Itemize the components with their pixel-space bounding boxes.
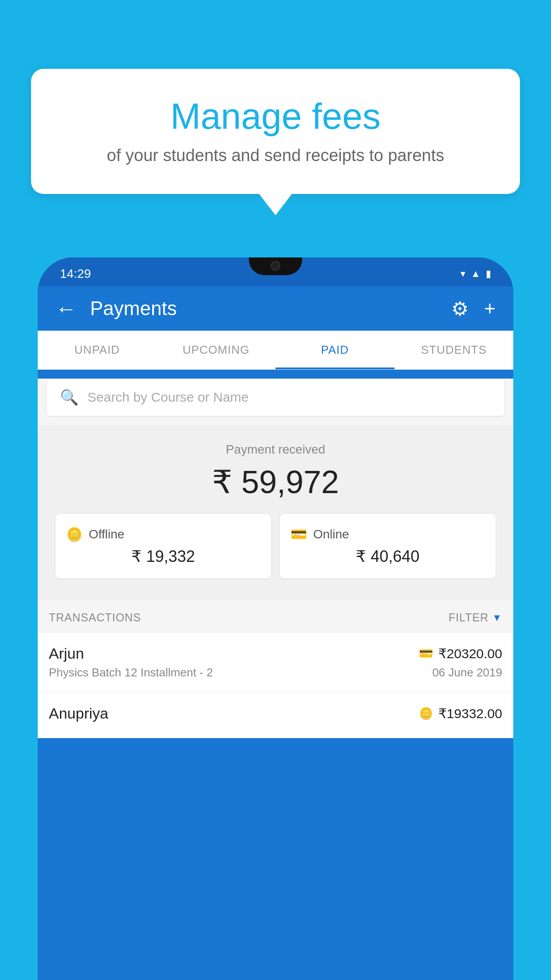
transaction-amount-anupriya: ₹19332.00 [438,706,502,721]
add-icon[interactable]: + [484,297,496,320]
manage-fees-subtitle: of your students and send receipts to pa… [67,146,484,165]
transaction-name-arjun: Arjun [49,645,84,662]
battery-icon: ▮ [486,268,491,280]
wifi-icon: ▾ [460,268,465,280]
app-title: Payments [90,297,451,320]
online-payment-icon: 💳 [419,647,433,660]
tab-unpaid[interactable]: UNPAID [38,331,157,369]
content-area: 🔍 Search by Course or Name Payment recei… [38,379,513,738]
tab-paid[interactable]: PAID [276,331,394,369]
manage-fees-title: Manage fees [67,95,484,137]
payment-cards-row: 🪙 Offline ₹ 19,332 💳 Online ₹ 40,640 [55,514,496,578]
phone-container: 14:29 ▾ ▲ ▮ ← Payments ⚙ + UNPAID [38,257,513,980]
offline-payment-card: 🪙 Offline ₹ 19,332 [55,514,271,578]
transaction-amount-arjun: ₹20320.00 [438,646,502,661]
search-input[interactable]: Search by Course or Name [87,390,249,405]
search-bar[interactable]: 🔍 Search by Course or Name [47,379,504,416]
transaction-amount-row-anupriya: 🪙 ₹19332.00 [419,706,502,721]
transaction-top-anupriya: Anupriya 🪙 ₹19332.00 [49,705,502,722]
filter-button[interactable]: FILTER ▼ [449,611,502,624]
payment-received-section: Payment received ₹ 59,972 🪙 Offline ₹ 19… [38,425,513,601]
online-icon: 💳 [291,526,307,542]
search-icon: 🔍 [60,388,79,406]
payment-received-label: Payment received [47,443,504,457]
online-amount: ₹ 40,640 [291,547,485,566]
transaction-amount-row-arjun: 💳 ₹20320.00 [419,646,502,661]
back-button[interactable]: ← [55,296,77,321]
tab-upcoming[interactable]: UPCOMING [157,331,276,369]
transactions-header: TRANSACTIONS FILTER ▼ [38,601,513,632]
settings-icon[interactable]: ⚙ [451,297,468,320]
app-bar: ← Payments ⚙ + [38,286,513,331]
payment-received-amount: ₹ 59,972 [47,463,504,501]
phone-screen: 14:29 ▾ ▲ ▮ ← Payments ⚙ + UNPAID [38,257,513,980]
signal-icon: ▲ [471,268,480,280]
camera [271,261,280,271]
offline-card-header: 🪙 Offline [66,526,260,542]
notch [249,257,302,275]
transaction-row-arjun[interactable]: Arjun 💳 ₹20320.00 Physics Batch 12 Insta… [38,632,513,692]
offline-payment-icon-2: 🪙 [419,707,433,720]
online-payment-card: 💳 Online ₹ 40,640 [280,514,496,578]
offline-icon: 🪙 [66,526,83,542]
phone-frame: 14:29 ▾ ▲ ▮ ← Payments ⚙ + UNPAID [38,257,513,980]
status-icons: ▾ ▲ ▮ [460,268,491,280]
transaction-course-arjun: Physics Batch 12 Installment - 2 [49,666,213,680]
online-card-header: 💳 Online [291,526,485,542]
filter-icon: ▼ [492,612,502,624]
transaction-date-arjun: 06 June 2019 [432,666,502,680]
offline-label: Offline [89,527,124,541]
speech-bubble: Manage fees of your students and send re… [31,69,520,194]
transaction-name-anupriya: Anupriya [49,705,108,722]
offline-amount: ₹ 19,332 [66,547,260,566]
speech-bubble-container: Manage fees of your students and send re… [31,69,520,194]
transaction-bottom-arjun: Physics Batch 12 Installment - 2 06 June… [49,666,502,680]
online-label: Online [313,527,349,541]
tab-students[interactable]: STUDENTS [394,331,513,369]
transaction-top-arjun: Arjun 💳 ₹20320.00 [49,645,502,662]
transactions-label: TRANSACTIONS [49,611,141,624]
transaction-row-anupriya[interactable]: Anupriya 🪙 ₹19332.00 [38,692,513,738]
status-time: 14:29 [60,267,91,281]
tabs-container: UNPAID UPCOMING PAID STUDENTS [38,331,513,370]
app-bar-actions: ⚙ + [451,297,496,320]
